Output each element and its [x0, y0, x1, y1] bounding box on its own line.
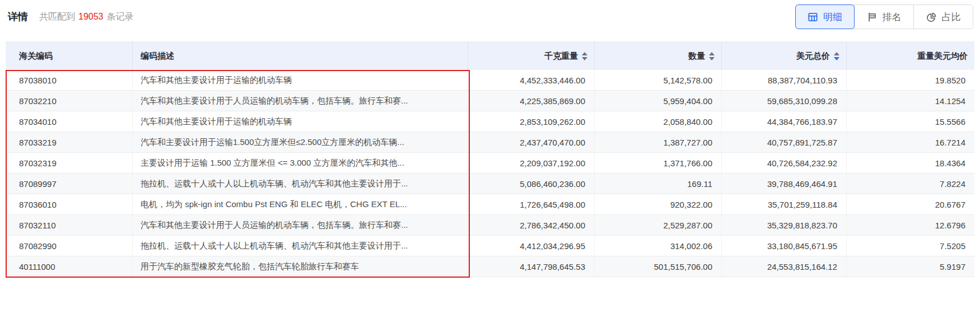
cell-desc: 拖拉机、运载十人或十人以上机动车辆、机动汽车和其他主要设计用于... — [133, 236, 468, 256]
view-tab-ranking[interactable]: 排名 — [854, 5, 913, 29]
pie-chart-icon — [926, 12, 937, 22]
table-row[interactable]: 87032319主要设计用于运输 1.500 立方厘米但 <= 3.000 立方… — [6, 153, 974, 174]
cell-weight: 4,412,034,296.95 — [468, 236, 595, 256]
cell-avg: 7.5205 — [847, 236, 974, 256]
match-info: 共匹配到19053条记录 — [39, 11, 134, 23]
cell-usd: 39,788,469,464.91 — [722, 174, 847, 194]
table-body: 87038010汽车和其他主要设计用于运输的机动车辆4,452,333,446.… — [6, 70, 974, 277]
cell-avg: 20.6767 — [847, 194, 974, 214]
column-header-avg: 重量美元均价 — [847, 42, 974, 70]
match-prefix: 共匹配到 — [39, 12, 75, 21]
sort-caret-icon[interactable] — [582, 52, 587, 60]
cell-weight: 4,452,333,446.00 — [468, 70, 595, 90]
column-header-qty[interactable]: 数量 — [595, 42, 722, 70]
cell-code: 87036010 — [6, 194, 133, 214]
match-suffix: 条记录 — [107, 12, 134, 21]
ranking-flag-icon — [867, 12, 878, 22]
cell-qty: 2,529,287.00 — [595, 215, 722, 235]
cell-desc: 拖拉机、运载十人或十人以上机动车辆、机动汽车和其他主要设计用于... — [133, 174, 468, 194]
column-header-code: 海关编码 — [6, 42, 133, 70]
cell-avg: 14.1254 — [847, 91, 974, 111]
cell-code: 40111000 — [6, 256, 133, 277]
cell-desc: 汽车和其他主要设计用于人员运输的机动车辆，包括车辆。旅行车和赛... — [133, 91, 468, 111]
table-row[interactable]: 87082990拖拉机、运载十人或十人以上机动车辆、机动汽车和其他主要设计用于.… — [6, 236, 974, 256]
view-tab-detail[interactable]: 明细 — [795, 4, 855, 29]
view-tab-proportion[interactable]: 占比 — [913, 5, 973, 29]
column-header-desc: 编码描述 — [133, 42, 468, 70]
column-label: 重量美元均价 — [917, 51, 968, 62]
cell-qty: 2,058,840.00 — [595, 111, 722, 132]
cell-avg: 16.7214 — [847, 132, 974, 152]
cell-qty: 169.11 — [595, 174, 722, 194]
cell-weight: 2,853,109,262.00 — [468, 111, 595, 132]
cell-code: 87034010 — [6, 111, 133, 132]
data-table: 海关编码编码描述千克重量数量美元总价重量美元均价 87038010汽车和其他主要… — [6, 41, 974, 277]
cell-avg: 7.8224 — [847, 174, 974, 194]
cell-weight: 4,225,385,869.00 — [468, 91, 595, 111]
cell-desc: 汽车和其他主要设计用于人员运输的机动车辆，包括车辆。旅行车和赛... — [133, 215, 468, 235]
table-row[interactable]: 87038010汽车和其他主要设计用于运输的机动车辆4,452,333,446.… — [6, 70, 974, 91]
cell-code: 87033219 — [6, 132, 133, 152]
cell-weight: 2,209,037,192.00 — [468, 153, 595, 173]
toolbar: 详情 共匹配到19053条记录 明细 排名 占比 — [0, 0, 980, 41]
cell-usd: 44,384,766,183.97 — [722, 111, 847, 132]
cell-avg: 19.8520 — [847, 70, 974, 90]
cell-desc: 汽车和其他主要设计用于运输的机动车辆 — [133, 70, 468, 90]
cell-usd: 24,553,815,164.12 — [722, 256, 847, 277]
column-header-weight[interactable]: 千克重量 — [468, 42, 595, 70]
cell-qty: 5,142,578.00 — [595, 70, 722, 90]
table-row[interactable]: 87032110汽车和其他主要设计用于人员运输的机动车辆，包括车辆。旅行车和赛.… — [6, 215, 974, 236]
column-label: 数量 — [688, 51, 705, 62]
table-row[interactable]: 87036010电机，均为 spk-ign int Combu Pst ENG … — [6, 194, 974, 215]
cell-qty: 1,387,727.00 — [595, 132, 722, 152]
cell-usd: 88,387,704,110.93 — [722, 70, 847, 90]
table-row[interactable]: 87033219汽车和主要设计用于运输1.500立方厘米但≤2.500立方厘米的… — [6, 132, 974, 153]
cell-desc: 电机，均为 spk-ign int Combu Pst ENG 和 ELEC 电… — [133, 194, 468, 214]
cell-desc: 汽车和主要设计用于运输1.500立方厘米但≤2.500立方厘米的机动车辆... — [133, 132, 468, 152]
cell-desc: 汽车和其他主要设计用于运输的机动车辆 — [133, 111, 468, 132]
column-label: 美元总价 — [796, 51, 830, 62]
cell-usd: 33,180,845,671.95 — [722, 236, 847, 256]
cell-qty: 501,515,706.00 — [595, 256, 722, 277]
cell-code: 87038010 — [6, 70, 133, 90]
table-header-row: 海关编码编码描述千克重量数量美元总价重量美元均价 — [6, 42, 974, 70]
sort-caret-icon[interactable] — [834, 52, 839, 60]
cell-code: 87032210 — [6, 91, 133, 111]
cell-qty: 920,322.00 — [595, 194, 722, 214]
cell-usd: 40,726,584,232.92 — [722, 153, 847, 173]
view-tab-label: 占比 — [942, 11, 961, 24]
table-row[interactable]: 87032210汽车和其他主要设计用于人员运输的机动车辆，包括车辆。旅行车和赛.… — [6, 91, 974, 111]
column-label: 编码描述 — [141, 51, 174, 62]
column-label: 千克重量 — [544, 51, 578, 62]
cell-code: 87032319 — [6, 153, 133, 173]
cell-avg: 5.9197 — [847, 256, 974, 277]
cell-code: 87032110 — [6, 215, 133, 235]
cell-avg: 18.4364 — [847, 153, 974, 173]
cell-avg: 15.5566 — [847, 111, 974, 132]
cell-usd: 35,329,818,823.70 — [722, 215, 847, 235]
cell-usd: 40,757,891,725.87 — [722, 132, 847, 152]
cell-desc: 主要设计用于运输 1.500 立方厘米但 <= 3.000 立方厘米的汽车和其他… — [133, 153, 468, 173]
cell-qty: 314,002.06 — [595, 236, 722, 256]
view-tab-label: 明细 — [823, 11, 842, 24]
cell-usd: 35,701,259,118.84 — [722, 194, 847, 214]
page-title: 详情 — [8, 10, 28, 24]
cell-qty: 5,959,404.00 — [595, 91, 722, 111]
cell-code: 87082990 — [6, 236, 133, 256]
view-switcher: 明细 排名 占比 — [795, 4, 973, 29]
table-row[interactable]: 40111000用于汽车的新型橡胶充气轮胎，包括汽车轮胎旅行车和赛车4,147,… — [6, 256, 974, 277]
cell-avg: 12.6796 — [847, 215, 974, 235]
cell-qty: 1,371,766.00 — [595, 153, 722, 173]
cell-weight: 4,147,798,645.53 — [468, 256, 595, 277]
match-count: 19053 — [78, 12, 104, 21]
column-label: 海关编码 — [19, 51, 53, 62]
table-grid-icon — [808, 12, 818, 22]
sort-caret-icon[interactable] — [709, 52, 715, 60]
table-row[interactable]: 87089997拖拉机、运载十人或十人以上机动车辆、机动汽车和其他主要设计用于.… — [6, 174, 974, 194]
table-row[interactable]: 87034010汽车和其他主要设计用于运输的机动车辆2,853,109,262.… — [6, 111, 974, 132]
column-header-usd[interactable]: 美元总价 — [722, 42, 847, 70]
cell-weight: 2,437,470,470.00 — [468, 132, 595, 152]
cell-usd: 59,685,310,099.28 — [722, 91, 847, 111]
cell-code: 87089997 — [6, 174, 133, 194]
cell-weight: 5,086,460,236.00 — [468, 174, 595, 194]
